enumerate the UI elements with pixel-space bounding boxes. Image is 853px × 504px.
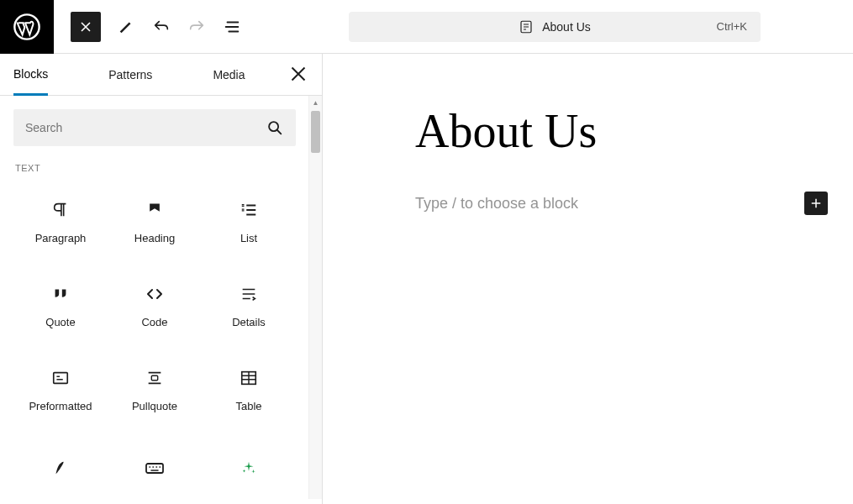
close-inserter-icon[interactable] (290, 66, 307, 82)
paragraph-icon (50, 200, 71, 220)
ai-sparkle-icon (239, 458, 259, 478)
block-list[interactable]: List (202, 180, 296, 264)
code-icon (145, 284, 165, 304)
block-preformatted[interactable]: Preformatted (13, 348, 108, 432)
quote-icon (50, 284, 71, 304)
inserter-tabs: Blocks Patterns Media (0, 54, 322, 96)
verse-icon (50, 458, 71, 478)
search-icon (266, 118, 284, 137)
block-inserter-panel: Blocks Patterns Media TEXT Paragraph (0, 54, 323, 504)
section-label-text: TEXT (15, 163, 294, 173)
wordpress-logo[interactable] (0, 0, 54, 54)
inserter-scrollbar[interactable]: ▲ (308, 96, 322, 499)
close-inserter-button[interactable] (71, 12, 101, 42)
block-details[interactable]: Details (202, 264, 296, 348)
keyboard-icon (145, 458, 165, 478)
search-box[interactable] (13, 109, 296, 146)
page-icon (519, 19, 534, 34)
redo-button[interactable] (182, 12, 212, 42)
undo-button[interactable] (146, 12, 176, 42)
top-bar: About Us Ctrl+K (0, 0, 853, 54)
block-classic[interactable] (108, 432, 202, 504)
svg-rect-4 (151, 375, 157, 381)
block-code[interactable]: Code (108, 264, 202, 348)
preformatted-icon (50, 368, 71, 388)
details-icon (239, 284, 259, 304)
block-table[interactable]: Table (202, 348, 296, 432)
document-overview-button[interactable] (217, 12, 247, 42)
svg-rect-3 (54, 372, 68, 383)
svg-rect-6 (146, 464, 163, 473)
tab-patterns[interactable]: Patterns (108, 54, 152, 96)
block-verse[interactable] (13, 432, 108, 504)
scrollbar-thumb[interactable] (311, 111, 320, 153)
editor-canvas[interactable]: About Us Type / to choose a block (323, 54, 853, 504)
tab-blocks[interactable]: Blocks (13, 54, 48, 96)
page-title[interactable]: About Us (415, 104, 794, 158)
block-pullquote[interactable]: Pullquote (108, 348, 202, 432)
add-block-button[interactable] (804, 192, 828, 215)
tab-media[interactable]: Media (213, 54, 245, 96)
block-heading[interactable]: Heading (108, 180, 202, 264)
block-quote[interactable]: Quote (13, 264, 108, 348)
command-center[interactable]: About Us Ctrl+K (349, 12, 761, 42)
list-icon (239, 200, 259, 220)
scroll-up-arrow-icon[interactable]: ▲ (309, 96, 322, 109)
block-placeholder[interactable]: Type / to choose a block (415, 195, 804, 213)
command-title: About Us (542, 20, 591, 34)
table-icon (239, 368, 259, 388)
block-paragraph[interactable]: Paragraph (13, 180, 108, 264)
pullquote-icon (145, 368, 165, 388)
block-ai[interactable] (202, 432, 296, 504)
command-shortcut: Ctrl+K (717, 20, 747, 33)
search-input[interactable] (25, 121, 266, 134)
tools-button[interactable] (111, 12, 141, 42)
heading-icon (145, 200, 165, 220)
